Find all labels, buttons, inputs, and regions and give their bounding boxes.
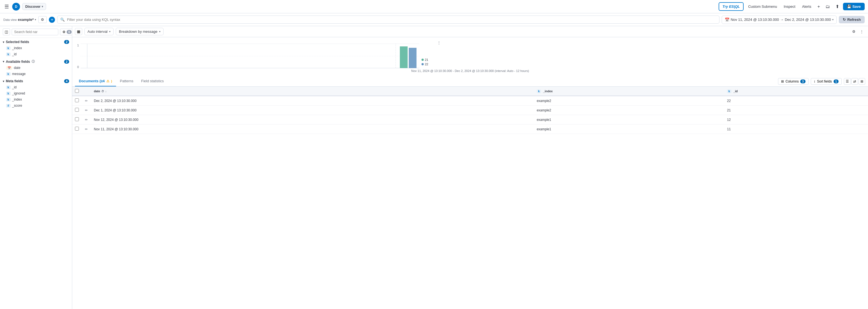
tab-documents[interactable]: Documents (≥4 ⚠ ) [75, 76, 116, 86]
td-date: Dec 1, 2024 @ 13:10:30.000 [91, 106, 534, 115]
grid-view-button[interactable]: ⊞ [859, 78, 865, 85]
row-expand-button[interactable]: ✏ [85, 108, 88, 112]
tab-warning-icon: ⚠ [106, 79, 110, 83]
th-id-type-icon: k [727, 89, 732, 93]
field-name: _id [12, 85, 17, 89]
field-item-message[interactable]: k message [0, 71, 72, 77]
filter-button[interactable]: ⚙ [38, 16, 46, 23]
legend-item-22: 22 [422, 62, 436, 66]
chart-visual: 1 0 12th 13th 14th [75, 39, 865, 68]
second-row: Data view example* ▾ ⚙ + 🔍 📅 Nov 11, 202… [0, 13, 868, 26]
row-checkbox[interactable] [75, 108, 79, 112]
breakdown-dropdown[interactable]: Breakdown by message ▾ [116, 28, 163, 35]
share-button[interactable]: ⬆ [834, 2, 841, 11]
chart-legend: 21 22 [419, 58, 436, 68]
select-all-checkbox[interactable] [75, 89, 79, 93]
inspect-button[interactable]: Inspect [782, 3, 798, 10]
tab-documents-label: Documents (≥4 [79, 79, 105, 83]
document-view-button[interactable]: ⇄ [851, 78, 858, 85]
search-field-input[interactable] [12, 29, 58, 35]
save-icon: 💾 [847, 4, 852, 9]
discover-pill[interactable]: Discover ▾ [22, 3, 46, 10]
available-fields-header[interactable]: ▾ Available fields ⓘ 2 [0, 57, 72, 65]
tab-actions: ⊞ Columns 3 ↕ Sort fields 1 ☰ ⇄ ⊞ [778, 78, 865, 85]
chart-settings-button[interactable]: ⚙ [850, 28, 857, 35]
interval-label: Auto interval [88, 29, 107, 34]
tab-patterns-label: Patterns [120, 79, 133, 83]
interval-dropdown[interactable]: Auto interval ▾ [85, 28, 114, 35]
field-type-k-icon: k [6, 98, 10, 102]
td-index: example2 [534, 106, 724, 115]
available-fields-count: 2 [64, 60, 69, 64]
table-row: ✏ Nov 12, 2024 @ 13:10:30.000 example1 1… [72, 115, 868, 124]
data-view-selector[interactable]: Data view example* ▾ [3, 18, 36, 22]
refresh-button[interactable]: ↻ Refresh [839, 16, 865, 23]
breakdown-chevron-icon: ▾ [159, 30, 160, 33]
chart-more-button[interactable]: ⋮ [858, 28, 865, 35]
field-filter-button[interactable]: ⚙ 0 [60, 29, 72, 35]
y-min-label: 0 [75, 65, 79, 68]
search-bar[interactable]: 🔍 [57, 16, 719, 24]
row-expand-button[interactable]: ✏ [85, 127, 88, 131]
th-date-arrow-icon: ↓ [105, 90, 106, 93]
try-esql-button[interactable]: Try ES|QL [719, 2, 744, 11]
th-id[interactable]: k _id [724, 87, 868, 96]
sidebar-toggle-button[interactable]: ◫ [3, 28, 10, 35]
columns-button[interactable]: ⊞ Columns 3 [778, 78, 808, 85]
field-item-meta-index[interactable]: k _index [0, 96, 72, 103]
field-item-selected-id[interactable]: k _id [0, 51, 72, 57]
date-range-selector[interactable]: 📅 Nov 11, 2024 @ 13:10:30.000 → Dec 2, 2… [722, 16, 836, 24]
field-item-meta-score[interactable]: # _score [0, 103, 72, 109]
alerts-button[interactable]: Alerts [800, 3, 813, 10]
add-filter-button[interactable]: + [49, 17, 55, 23]
td-id: 12 [724, 115, 868, 124]
tab-patterns[interactable]: Patterns [116, 76, 137, 86]
nav-right: Try ES|QL Custom Submenu Inspect Alerts … [719, 2, 865, 11]
field-item-date[interactable]: 📅 date [0, 65, 72, 71]
save-button[interactable]: 💾 Save [843, 3, 865, 10]
search-input[interactable] [67, 18, 716, 22]
hamburger-button[interactable]: ☰ [3, 2, 10, 11]
row-expand-button[interactable]: ✏ [85, 99, 88, 103]
sidebar-toolbar: ◫ ⚙ 0 [0, 26, 72, 38]
sort-fields-button[interactable]: ↕ Sort fields 1 [811, 78, 842, 85]
meta-fields-list: k _id k _ignored k _index # _score [0, 84, 72, 109]
th-date[interactable]: date ⏱ ↓ [91, 87, 534, 96]
td-checkbox [72, 96, 82, 106]
meta-fields-header[interactable]: ▾ Meta fields 4 [0, 77, 72, 84]
row-expand-button[interactable]: ✏ [85, 118, 88, 122]
custom-submenu-button[interactable]: Custom Submenu [746, 3, 779, 10]
tab-field-statistics[interactable]: Field statistics [137, 76, 168, 86]
data-view-chevron-icon: ▾ [35, 18, 36, 21]
sidebar: ◫ ⚙ 0 ▾ Selected fields 2 k _index k _id [0, 26, 72, 309]
field-item-meta-id[interactable]: k _id [0, 84, 72, 90]
discover-chevron-icon: ▾ [42, 5, 43, 8]
chart-toggle-button[interactable]: ▦ [75, 28, 82, 35]
row-checkbox[interactable] [75, 127, 79, 131]
chart-menu-button[interactable]: ⋮ [437, 40, 441, 45]
legend-dot-22 [422, 63, 424, 65]
selected-fields-count: 2 [64, 40, 69, 44]
selected-fields-chevron-icon: ▾ [3, 40, 4, 44]
td-index: example1 [534, 115, 724, 124]
list-view-button[interactable]: ☰ [844, 78, 851, 85]
field-name: _index [12, 97, 22, 102]
date-chevron-icon: ▾ [832, 18, 834, 21]
field-item-selected-index[interactable]: k _index [0, 45, 72, 51]
columns-label: Columns [785, 80, 799, 83]
breakdown-label: Breakdown by message [119, 29, 157, 34]
row-checkbox[interactable] [75, 99, 79, 102]
field-filter-count: 0 [67, 30, 72, 34]
field-name: _ignored [12, 91, 25, 95]
th-date-label: date [94, 89, 100, 93]
add-button[interactable]: + [816, 2, 822, 11]
meta-fields-chevron-icon: ▾ [3, 80, 4, 83]
table-header-row: date ⏱ ↓ k _index k _id [72, 87, 868, 96]
selected-fields-header[interactable]: ▾ Selected fields 2 [0, 38, 72, 45]
row-checkbox[interactable] [75, 117, 79, 121]
field-item-meta-ignored[interactable]: k _ignored [0, 90, 72, 96]
th-index[interactable]: k _index [534, 87, 724, 96]
folder-button[interactable]: 🗂 [824, 2, 832, 11]
sort-count: 1 [834, 80, 839, 83]
meta-fields-label: Meta fields [6, 79, 23, 83]
